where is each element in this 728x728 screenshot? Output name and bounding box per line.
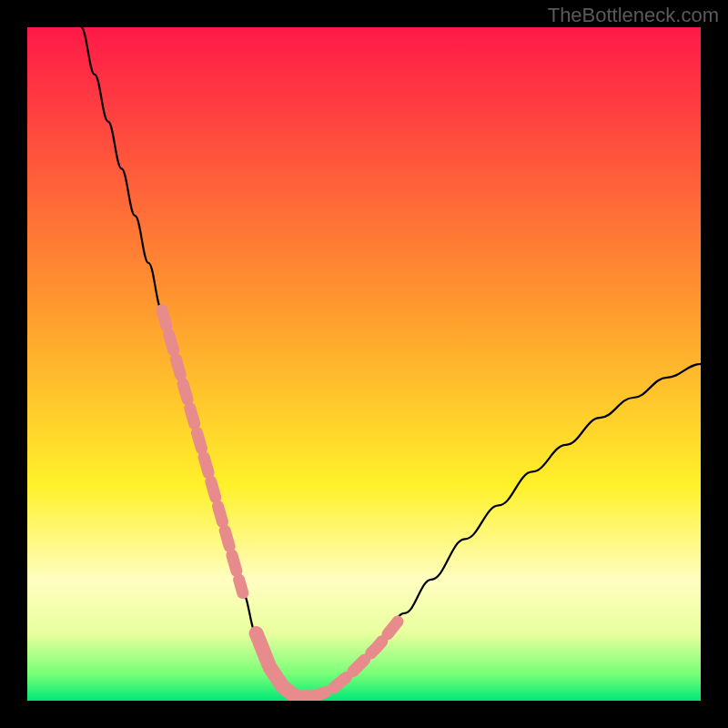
- gradient-background: [27, 27, 701, 701]
- chart-container: TheBottleneck.com: [0, 0, 728, 728]
- plot-area: [27, 27, 701, 701]
- watermark-text: TheBottleneck.com: [548, 4, 719, 27]
- svg-rect-0: [27, 27, 701, 701]
